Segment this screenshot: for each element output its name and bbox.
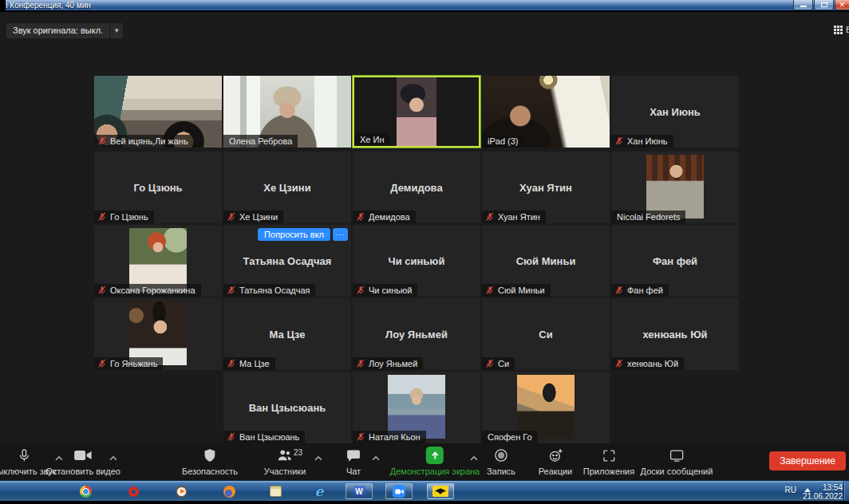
participant-tile[interactable]: СиСи — [482, 298, 610, 370]
muted-mic-icon — [227, 359, 236, 368]
ask-to-unmute-button[interactable]: Попросить вкл — [258, 228, 330, 241]
original-sound-toggle[interactable]: Звук оригинала: выкл. ▼ — [6, 23, 123, 38]
taskbar-app-batman-game[interactable] — [427, 483, 454, 499]
language-indicator[interactable]: RU — [785, 486, 796, 494]
muted-mic-icon — [356, 285, 365, 295]
video-chevron-up-icon[interactable] — [109, 450, 118, 464]
chevron-down-icon[interactable]: ▼ — [109, 23, 123, 38]
participant-tile[interactable]: Го Яньжань — [94, 298, 222, 370]
chat-button[interactable]: Чат — [346, 447, 361, 476]
taskbar-app-firefox[interactable] — [220, 483, 238, 499]
muted-mic-icon — [97, 212, 107, 222]
participant-name-label: Вей ицянь,Ли жань — [94, 135, 194, 148]
participant-tile[interactable]: Ван ЦзысюаньВан Цзысюань — [223, 372, 351, 443]
participants-button[interactable]: Участники23 — [264, 447, 306, 476]
chat-chevron-up-icon[interactable] — [372, 450, 381, 464]
share-chevron-up-icon[interactable] — [470, 450, 479, 464]
reactions-button[interactable]: Реакции — [539, 447, 573, 476]
participant-tile[interactable]: Сяофен Го — [482, 372, 610, 443]
close-button[interactable]: ✕ — [835, 0, 849, 10]
participant-display-name: Ван Цзысюань — [223, 402, 351, 414]
taskbar-clock[interactable]: 13:54 21.06.2022 — [803, 483, 843, 501]
participant-display-name: Го Цзюнь — [94, 182, 222, 194]
participant-name-text: Го Цзюнь — [110, 212, 148, 222]
security-button[interactable]: Безопасность — [182, 447, 238, 476]
participant-name-label: Ван Цзысюань — [223, 431, 305, 443]
participant-tile[interactable]: iPad (3) — [482, 76, 610, 148]
taskbar-app-opera[interactable] — [124, 483, 142, 499]
taskbar-app-chrome[interactable] — [77, 483, 94, 499]
participant-tile[interactable]: Сюй МиньиСюй Миньи — [482, 225, 610, 297]
minimize-button[interactable] — [793, 0, 813, 10]
muted-mic-icon — [485, 359, 495, 368]
participant-avatar — [129, 301, 187, 365]
participant-name-text: Ван Цзысюань — [239, 432, 299, 442]
participant-display-name: Фан фей — [611, 255, 739, 267]
security-label: Безопасность — [182, 467, 238, 476]
participant-tile[interactable]: Татьяна ОсадчаяПопросить вкл···Татьяна О… — [223, 225, 351, 297]
participant-name-text: Олена Реброва — [229, 136, 292, 146]
participant-name-label: Демидова — [353, 211, 416, 223]
participant-tile[interactable]: Хан ИюньХан Июнь — [611, 76, 739, 148]
participant-display-name: Си — [482, 329, 610, 341]
taskbar-app-word[interactable]: W — [346, 483, 373, 499]
camera-icon — [73, 447, 93, 464]
show-desktop-button[interactable] — [843, 481, 849, 502]
participant-tile[interactable]: Nicolai Fedorets — [611, 152, 739, 223]
record-button[interactable]: Запись — [487, 447, 515, 476]
participant-name-label: Наталя Кьон — [353, 431, 426, 443]
taskbar-app-zoom[interactable] — [385, 483, 413, 499]
end-meeting-button[interactable]: Завершение — [769, 451, 846, 471]
participant-name-label: Фан фей — [611, 284, 669, 297]
taskbar-app-media-player[interactable] — [172, 483, 190, 499]
chat-label: Чат — [346, 467, 361, 476]
taskbar-app-sticky-notes[interactable] — [267, 483, 284, 499]
muted-mic-icon — [97, 359, 107, 368]
muted-mic-icon — [614, 136, 624, 146]
participant-tile[interactable]: Хе Ин — [353, 76, 480, 148]
apps-button[interactable]: Приложения — [583, 447, 634, 476]
muted-mic-icon — [227, 285, 236, 295]
record-label: Запись — [487, 467, 515, 476]
participant-tile[interactable]: Хе ЦзиниХе Цзини — [223, 152, 351, 223]
view-button[interactable]: Вид — [834, 25, 849, 34]
participant-name-label: Хан Июнь — [611, 135, 673, 148]
firefox-icon — [223, 486, 235, 498]
participant-tile[interactable]: Хуан ЯтинХуан Ятин — [482, 152, 610, 223]
chrome-icon — [80, 486, 92, 498]
participant-name-text: Го Яньжань — [110, 359, 157, 368]
whiteboard-button[interactable]: Доски сообщений — [641, 447, 713, 476]
participant-tile[interactable]: Вей ицянь,Ли жань — [94, 76, 222, 148]
participant-tile[interactable]: Наталя Кьон — [353, 372, 480, 443]
participant-name-text: iPad (3) — [488, 136, 519, 146]
word-icon: W — [353, 486, 365, 498]
window-titlebar[interactable]: Zoom Конференция, 40 мин — [0, 0, 849, 10]
participant-tile[interactable]: Ма ЦзеМа Цзе — [223, 298, 351, 370]
muted-mic-icon — [97, 136, 107, 146]
participants-chevron-up-icon[interactable] — [314, 450, 323, 464]
screen-edge-bottom — [0, 501, 849, 504]
maximize-button[interactable] — [814, 0, 834, 10]
participant-tile[interactable]: хенюань Юйхенюань Юй — [611, 298, 739, 370]
minimize-icon — [800, 6, 807, 7]
participant-name-text: Сюй Миньи — [498, 285, 545, 295]
participant-tile[interactable]: ДемидоваДемидова — [353, 152, 480, 223]
participant-name-text: хенюань Юй — [627, 359, 678, 368]
participant-tile[interactable]: Олена Реброва — [223, 76, 351, 148]
participant-tile[interactable]: Лоу ЯньмейЛоу Яньмей — [353, 298, 480, 370]
participant-tile[interactable]: Го ЦзюньГо Цзюнь — [94, 152, 222, 223]
share-button[interactable]: Демонстрация экрана — [390, 447, 480, 476]
participant-name-label: Хе Цзини — [223, 211, 283, 223]
participant-name-text: Сяофен Го — [488, 432, 532, 442]
zoom-meeting-window: Zoom Конференция, 40 мин ✕ Звук оригинал… — [0, 0, 849, 504]
close-icon: ✕ — [839, 2, 846, 9]
taskbar-app-internet-explorer[interactable]: e — [310, 483, 328, 499]
participant-tile[interactable]: Оксана Горожанкина — [94, 225, 222, 297]
participant-tile[interactable]: Фан фейФан фей — [611, 225, 739, 297]
gallery-grid-icon — [834, 26, 843, 34]
host-controls-popup: Попросить вкл··· — [258, 228, 348, 241]
muted-mic-icon — [356, 212, 365, 222]
more-options-button[interactable]: ··· — [333, 228, 348, 241]
participant-tile[interactable]: Чи синьюйЧи синьюй — [353, 225, 480, 297]
participant-display-name: Хе Цзини — [223, 182, 351, 194]
